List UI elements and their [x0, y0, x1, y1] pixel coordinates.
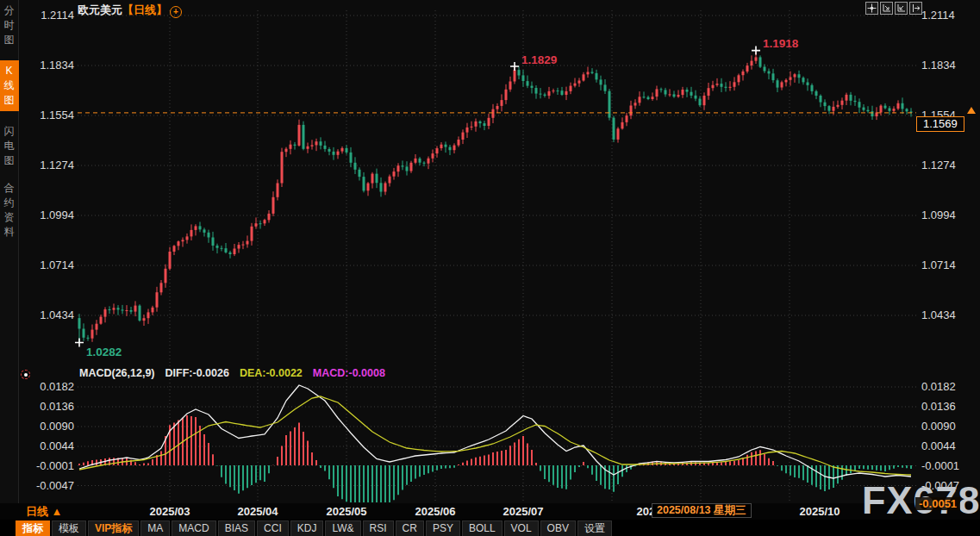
price-tick-label: 1.0994: [28, 209, 74, 221]
price-tick-label: 1.1274: [28, 159, 74, 171]
toolbar-button-KDJ[interactable]: KDJ: [290, 520, 324, 536]
toolbar-button-模板[interactable]: 模板: [52, 520, 86, 536]
time-axis-label: 2025/04: [238, 505, 278, 518]
sidebar-item-char: 合: [4, 181, 15, 196]
price-tick-label: 1.1834: [28, 59, 74, 72]
toolbar-button-RSI[interactable]: RSI: [363, 520, 394, 536]
current-price-arrow-icon: [967, 107, 976, 114]
macd-tick-label: 0.0090: [28, 420, 74, 433]
price-tick-label: 1.0434: [28, 309, 74, 321]
price-tick-label: 1.1274: [921, 159, 968, 171]
macd-current-value-tag: -0.0051: [915, 497, 960, 510]
add-overlay-icon[interactable]: +: [170, 6, 182, 18]
macd-tick-label: 0.0044: [921, 439, 968, 452]
crosshair-date-tooltip: 2025/08/13 星期三: [652, 503, 752, 518]
sidebar-item-3[interactable]: 合约资料: [0, 181, 19, 240]
macd-header: MACD(26,12,9)DIFF:-0.0026DEA:-0.0022MACD…: [79, 367, 396, 379]
toolbar-button-VIP指标[interactable]: VIP指标: [88, 520, 139, 536]
svg-text:1.1829: 1.1829: [521, 53, 557, 66]
sidebar-item-char: 资: [4, 210, 15, 225]
price-tick-label: 1.2114: [921, 9, 968, 22]
macd-dea-value: DEA:-0.0022: [240, 367, 303, 379]
svg-text:1.1918: 1.1918: [763, 37, 799, 50]
time-axis-label: 2025/05: [327, 505, 367, 518]
price-tick-label: 1.2114: [28, 9, 74, 22]
sidebar-item-char: 分: [4, 3, 15, 18]
toolbar-button-PSY[interactable]: PSY: [426, 520, 460, 536]
time-axis-label: 2025/06: [415, 505, 456, 518]
macd-tick-label: 0.0136: [28, 400, 74, 413]
macd-tick-label: 0.0182: [28, 380, 74, 393]
period-tag: 【日线】: [122, 3, 167, 16]
price-tick-label: 1.1554: [28, 109, 74, 122]
axis-scale-left-icon[interactable]: [880, 2, 893, 15]
toolbar-button-BOLL[interactable]: BOLL: [462, 520, 502, 536]
sidebar-item-2[interactable]: 闪电图: [0, 124, 19, 168]
sidebar-item-char: 闪: [4, 124, 15, 139]
sidebar-item-0[interactable]: 分时图: [0, 3, 19, 47]
svg-text:1.0282: 1.0282: [86, 346, 122, 358]
price-tick-label: 1.0714: [921, 259, 968, 271]
price-tick-label: 1.1834: [921, 59, 968, 72]
trading-app-window: 1.02821.18291.1918 分时图K线图闪电图合约资料 欧元美元【日线…: [0, 0, 980, 536]
toolbar-button-BIAS[interactable]: BIAS: [218, 520, 255, 536]
sidebar-item-char: 图: [4, 33, 15, 47]
price-tick-label: 1.0714: [28, 259, 74, 271]
chart-canvas[interactable]: 1.02821.18291.1918: [0, 0, 980, 536]
macd-tick-label: -0.0001: [28, 459, 74, 472]
macd-macd-value: MACD:-0.0008: [313, 367, 385, 379]
macd-diff-value: DIFF:-0.0026: [165, 367, 229, 379]
toolbar-button-CCI[interactable]: CCI: [257, 520, 289, 536]
time-axis-label: 2025/03: [150, 505, 190, 518]
toolbar-button-MA[interactable]: MA: [140, 520, 170, 536]
current-price-tag: 1.1569: [916, 116, 964, 132]
sidebar-item-char: 料: [4, 225, 15, 240]
time-axis-label: 2025/10: [800, 505, 840, 518]
price-macd-chart[interactable]: 1.02821.18291.1918: [0, 0, 980, 536]
macd-tick-label: -0.0001: [921, 459, 968, 472]
period-selector[interactable]: 日线 ▲: [26, 504, 62, 520]
chart-type-sidebar: 分时图K线图闪电图合约资料: [0, 0, 19, 503]
time-axis-label: 2025/07: [503, 505, 544, 518]
macd-tick-label: 0.0090: [921, 420, 968, 433]
sidebar-item-char: 图: [4, 153, 15, 168]
sidebar-item-char: 约: [4, 196, 15, 210]
price-tick-label: 1.0434: [921, 309, 968, 321]
toolbar-button-指标[interactable]: 指标: [16, 520, 50, 536]
toolbar-button-MACD[interactable]: MACD: [172, 520, 215, 536]
macd-tick-label: 0.0182: [921, 380, 968, 393]
pan-right-icon[interactable]: [909, 2, 922, 15]
macd-tick-label: -0.0047: [28, 479, 74, 492]
toolbar-button-CR[interactable]: CR: [396, 520, 424, 536]
macd-tick-label: 0.0044: [28, 439, 74, 452]
chart-title: 欧元美元【日线】+: [78, 3, 182, 18]
toolbar-button-LW&[interactable]: LW&: [325, 520, 360, 536]
axis-scale-right-icon[interactable]: [895, 2, 908, 15]
toolbar-button-VOL[interactable]: VOL: [504, 520, 539, 536]
sidebar-item-1[interactable]: K线图: [0, 60, 19, 111]
sidebar-item-char: K: [5, 64, 12, 78]
macd-params-label: MACD(26,12,9): [79, 367, 155, 379]
sidebar-item-char: 时: [4, 18, 15, 33]
indicator-target-icon[interactable]: [21, 370, 30, 379]
toolbar-button-设置[interactable]: 设置: [577, 520, 612, 536]
toolbar-button-OBV[interactable]: OBV: [540, 520, 576, 536]
crosshair-icon[interactable]: [865, 2, 878, 15]
sidebar-item-char: 线: [4, 78, 15, 93]
symbol-name: 欧元美元: [78, 3, 122, 16]
sidebar-item-char: 图: [4, 93, 15, 108]
price-tick-label: 1.0994: [921, 209, 968, 221]
macd-tick-label: 0.0136: [921, 400, 968, 413]
sidebar-item-char: 电: [4, 139, 15, 153]
chart-tool-icons: [865, 2, 922, 15]
indicator-toolbar: 指标模板VIP指标MAMACDBIASCCIKDJLW&RSICRPSYBOLL…: [0, 520, 980, 536]
